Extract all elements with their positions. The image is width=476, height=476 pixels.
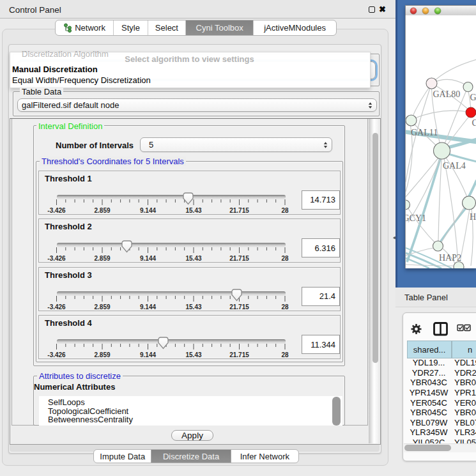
svg-text:C: C bbox=[472, 118, 476, 128]
svg-text:GAL11: GAL11 bbox=[411, 128, 438, 137]
svg-text:H: H bbox=[470, 212, 476, 222]
svg-text:G.: G. bbox=[470, 93, 476, 102]
svg-text:GAL80: GAL80 bbox=[433, 89, 461, 99]
svg-text:HAP2: HAP2 bbox=[439, 253, 461, 263]
svg-text:GCY1: GCY1 bbox=[406, 213, 426, 223]
svg-text:GAL4: GAL4 bbox=[443, 161, 466, 171]
